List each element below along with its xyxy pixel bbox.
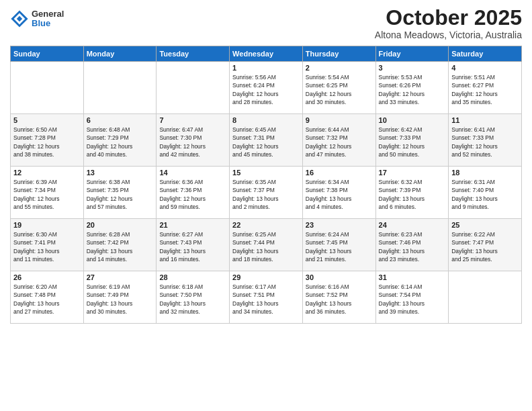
logo-icon	[10, 9, 29, 28]
day-info: Sunrise: 6:42 AM Sunset: 7:33 PM Dayligh…	[379, 126, 446, 158]
day-info: Sunrise: 6:50 AM Sunset: 7:28 PM Dayligh…	[13, 126, 81, 158]
calendar-cell: 8Sunrise: 6:45 AM Sunset: 7:31 PM Daylig…	[230, 114, 303, 167]
calendar-cell	[157, 62, 230, 114]
calendar-cell: 7Sunrise: 6:47 AM Sunset: 7:30 PM Daylig…	[157, 114, 230, 167]
day-number: 20	[87, 221, 154, 229]
day-info: Sunrise: 6:38 AM Sunset: 7:35 PM Dayligh…	[87, 178, 154, 211]
day-info: Sunrise: 6:36 AM Sunset: 7:36 PM Dayligh…	[159, 178, 226, 211]
day-info: Sunrise: 6:39 AM Sunset: 7:34 PM Dayligh…	[13, 178, 81, 211]
calendar-cell	[11, 62, 84, 114]
calendar-week-row: 26Sunrise: 6:20 AM Sunset: 7:48 PM Dayli…	[11, 271, 522, 324]
title-block: October 2025 Altona Meadows, Victoria, A…	[375, 7, 522, 40]
day-info: Sunrise: 6:41 AM Sunset: 7:33 PM Dayligh…	[451, 126, 519, 158]
day-number: 15	[232, 169, 300, 177]
day-info: Sunrise: 6:20 AM Sunset: 7:48 PM Dayligh…	[13, 283, 81, 316]
day-info: Sunrise: 5:51 AM Sunset: 6:27 PM Dayligh…	[451, 73, 519, 106]
day-number: 30	[306, 273, 373, 281]
day-number: 26	[13, 273, 81, 281]
day-info: Sunrise: 6:27 AM Sunset: 7:43 PM Dayligh…	[159, 230, 226, 263]
calendar-week-row: 12Sunrise: 6:39 AM Sunset: 7:34 PM Dayli…	[11, 167, 522, 219]
header-day-saturday: Saturday	[449, 46, 522, 62]
calendar-cell: 4Sunrise: 5:51 AM Sunset: 6:27 PM Daylig…	[449, 62, 522, 114]
calendar-cell	[83, 62, 157, 114]
calendar-cell: 16Sunrise: 6:34 AM Sunset: 7:38 PM Dayli…	[302, 167, 375, 219]
day-info: Sunrise: 6:48 AM Sunset: 7:29 PM Dayligh…	[87, 126, 154, 158]
calendar-cell: 13Sunrise: 6:38 AM Sunset: 7:35 PM Dayli…	[83, 167, 157, 219]
calendar-cell: 18Sunrise: 6:31 AM Sunset: 7:40 PM Dayli…	[449, 167, 522, 219]
day-number: 21	[159, 221, 226, 229]
day-info: Sunrise: 6:45 AM Sunset: 7:31 PM Dayligh…	[232, 126, 300, 158]
day-number: 6	[87, 116, 154, 124]
calendar-cell: 19Sunrise: 6:30 AM Sunset: 7:41 PM Dayli…	[11, 219, 84, 271]
calendar-cell: 15Sunrise: 6:35 AM Sunset: 7:37 PM Dayli…	[230, 167, 303, 219]
day-info: Sunrise: 6:19 AM Sunset: 7:49 PM Dayligh…	[87, 283, 154, 316]
day-info: Sunrise: 6:22 AM Sunset: 7:47 PM Dayligh…	[451, 230, 519, 263]
calendar-cell: 28Sunrise: 6:18 AM Sunset: 7:50 PM Dayli…	[157, 271, 230, 324]
day-info: Sunrise: 6:24 AM Sunset: 7:45 PM Dayligh…	[306, 230, 373, 263]
calendar-cell: 23Sunrise: 6:24 AM Sunset: 7:45 PM Dayli…	[302, 219, 375, 271]
day-number: 28	[159, 273, 226, 281]
day-number: 22	[232, 221, 300, 229]
day-info: Sunrise: 6:17 AM Sunset: 7:51 PM Dayligh…	[232, 283, 300, 316]
day-info: Sunrise: 5:54 AM Sunset: 6:25 PM Dayligh…	[306, 73, 373, 106]
day-number: 12	[13, 169, 81, 177]
day-info: Sunrise: 6:23 AM Sunset: 7:46 PM Dayligh…	[379, 230, 446, 263]
location-title: Altona Meadows, Victoria, Australia	[375, 30, 522, 40]
calendar-cell: 11Sunrise: 6:41 AM Sunset: 7:33 PM Dayli…	[449, 114, 522, 167]
calendar-cell: 26Sunrise: 6:20 AM Sunset: 7:48 PM Dayli…	[11, 271, 84, 324]
logo-blue-text: Blue	[32, 19, 64, 28]
day-number: 3	[379, 64, 446, 72]
calendar-cell: 25Sunrise: 6:22 AM Sunset: 7:47 PM Dayli…	[449, 219, 522, 271]
calendar-cell: 29Sunrise: 6:17 AM Sunset: 7:51 PM Dayli…	[230, 271, 303, 324]
calendar-week-row: 19Sunrise: 6:30 AM Sunset: 7:41 PM Dayli…	[11, 219, 522, 271]
day-number: 11	[451, 116, 519, 124]
day-number: 13	[87, 169, 154, 177]
day-number: 19	[13, 221, 81, 229]
day-number: 2	[306, 64, 373, 72]
day-info: Sunrise: 6:47 AM Sunset: 7:30 PM Dayligh…	[159, 126, 226, 158]
calendar-cell: 9Sunrise: 6:44 AM Sunset: 7:32 PM Daylig…	[302, 114, 375, 167]
header-day-friday: Friday	[375, 46, 449, 62]
calendar-cell: 2Sunrise: 5:54 AM Sunset: 6:25 PM Daylig…	[302, 62, 375, 114]
day-info: Sunrise: 6:28 AM Sunset: 7:42 PM Dayligh…	[87, 230, 154, 263]
day-info: Sunrise: 6:25 AM Sunset: 7:44 PM Dayligh…	[232, 230, 300, 263]
day-number: 16	[306, 169, 373, 177]
calendar-cell: 10Sunrise: 6:42 AM Sunset: 7:33 PM Dayli…	[375, 114, 449, 167]
day-number: 9	[306, 116, 373, 124]
calendar-cell: 27Sunrise: 6:19 AM Sunset: 7:49 PM Dayli…	[83, 271, 157, 324]
calendar-week-row: 5Sunrise: 6:50 AM Sunset: 7:28 PM Daylig…	[11, 114, 522, 167]
calendar-cell: 3Sunrise: 5:53 AM Sunset: 6:26 PM Daylig…	[375, 62, 449, 114]
logo-text: General Blue	[32, 9, 64, 29]
day-number: 18	[451, 169, 519, 177]
day-number: 14	[159, 169, 226, 177]
day-info: Sunrise: 6:18 AM Sunset: 7:50 PM Dayligh…	[159, 283, 226, 316]
day-number: 29	[232, 273, 300, 281]
header-day-thursday: Thursday	[302, 46, 375, 62]
header: General Blue October 2025 Altona Meadows…	[10, 7, 522, 40]
day-number: 5	[13, 116, 81, 124]
day-number: 23	[306, 221, 373, 229]
day-number: 25	[451, 221, 519, 229]
day-info: Sunrise: 6:34 AM Sunset: 7:38 PM Dayligh…	[306, 178, 373, 211]
calendar-cell: 24Sunrise: 6:23 AM Sunset: 7:46 PM Dayli…	[375, 219, 449, 271]
calendar-cell: 20Sunrise: 6:28 AM Sunset: 7:42 PM Dayli…	[83, 219, 157, 271]
day-number: 27	[87, 273, 154, 281]
logo-general-text: General	[32, 9, 64, 19]
day-info: Sunrise: 6:14 AM Sunset: 7:54 PM Dayligh…	[379, 283, 446, 316]
day-number: 8	[232, 116, 300, 124]
logo: General Blue	[10, 9, 64, 29]
calendar-week-row: 1Sunrise: 5:56 AM Sunset: 6:24 PM Daylig…	[11, 62, 522, 114]
calendar-cell: 17Sunrise: 6:32 AM Sunset: 7:39 PM Dayli…	[375, 167, 449, 219]
day-number: 31	[379, 273, 446, 281]
day-info: Sunrise: 6:31 AM Sunset: 7:40 PM Dayligh…	[451, 178, 519, 211]
day-number: 10	[379, 116, 446, 124]
calendar-cell: 21Sunrise: 6:27 AM Sunset: 7:43 PM Dayli…	[157, 219, 230, 271]
calendar-cell: 6Sunrise: 6:48 AM Sunset: 7:29 PM Daylig…	[83, 114, 157, 167]
header-day-sunday: Sunday	[11, 46, 84, 62]
calendar-table: SundayMondayTuesdayWednesdayThursdayFrid…	[10, 46, 522, 324]
calendar-cell: 31Sunrise: 6:14 AM Sunset: 7:54 PM Dayli…	[375, 271, 449, 324]
calendar-cell: 12Sunrise: 6:39 AM Sunset: 7:34 PM Dayli…	[11, 167, 84, 219]
header-day-monday: Monday	[83, 46, 157, 62]
calendar-cell	[449, 271, 522, 324]
day-number: 24	[379, 221, 446, 229]
